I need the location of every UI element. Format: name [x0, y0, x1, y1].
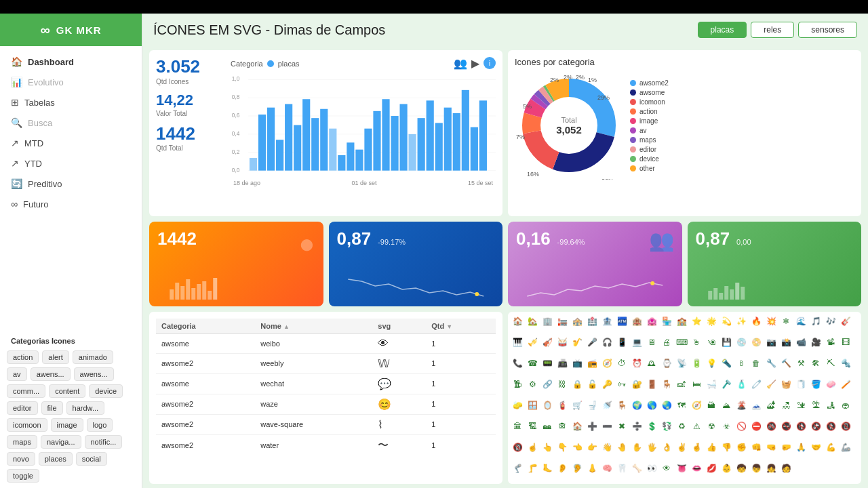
icon-item[interactable]: 🧑 — [779, 462, 793, 475]
icon-item[interactable]: 🧻 — [794, 378, 808, 391]
sidebar-nav-item-ytd[interactable]: ↗YTD — [0, 153, 142, 174]
icon-item[interactable]: 👀 — [645, 462, 658, 475]
icon-item[interactable]: 🧼 — [824, 378, 837, 391]
icon-item[interactable]: 🪑 — [615, 399, 629, 412]
youtube-icon[interactable]: ▶ — [471, 57, 479, 70]
td-svg-icon[interactable]: 💬 — [372, 373, 426, 394]
icon-item[interactable]: 🏠 — [570, 420, 584, 433]
icon-item[interactable]: 🎶 — [824, 314, 837, 328]
cat-tag-comm[interactable]: comm... — [7, 384, 45, 398]
sidebar-nav-item-tabelas[interactable]: ⊞Tabelas — [0, 92, 142, 113]
icon-item[interactable]: 💱 — [660, 420, 673, 433]
icon-item[interactable]: 📡 — [675, 357, 688, 370]
icon-item[interactable]: 👦 — [749, 462, 763, 475]
icon-item[interactable]: 🎻 — [540, 336, 554, 349]
icon-item[interactable]: 🏘 — [540, 420, 554, 433]
icon-item[interactable]: 👊 — [749, 441, 763, 454]
icon-item[interactable]: 🧯 — [555, 399, 569, 412]
icon-item[interactable]: 🏨 — [630, 314, 644, 328]
icon-item[interactable]: ⛓ — [555, 378, 569, 391]
icon-item[interactable]: 🏥 — [585, 314, 599, 328]
icon-item[interactable]: 👍 — [705, 441, 718, 454]
sidebar-nav-item-preditivo[interactable]: 🔄Preditivo — [0, 174, 142, 194]
icon-item[interactable]: ☣ — [719, 420, 733, 433]
cat-tag-social[interactable]: social — [76, 452, 107, 466]
icon-item[interactable]: 🪣 — [809, 378, 823, 391]
icon-item[interactable]: 🛠 — [809, 357, 823, 370]
icon-item[interactable]: 🎷 — [570, 336, 584, 349]
icon-item[interactable]: 🖱 — [690, 336, 703, 349]
icon-item[interactable]: 👉 — [585, 441, 599, 454]
cat-tag-file[interactable]: file — [41, 401, 63, 415]
icon-item[interactable]: ⛔ — [749, 420, 763, 433]
icon-item[interactable]: 🔗 — [540, 378, 554, 391]
icon-item[interactable]: ➗ — [630, 420, 644, 433]
icon-item[interactable]: ❄ — [779, 314, 793, 328]
icon-item[interactable]: 📸 — [779, 336, 793, 349]
icon-item[interactable]: ➖ — [600, 420, 614, 433]
icon-item[interactable]: 🪟 — [526, 399, 539, 412]
icon-item[interactable]: ⚒ — [794, 357, 808, 370]
icon-item[interactable]: 🧽 — [511, 399, 524, 412]
icon-item[interactable]: 🌋 — [734, 399, 748, 412]
icon-item[interactable]: 📱 — [615, 336, 629, 349]
icon-item[interactable]: 🏛 — [511, 420, 524, 433]
icon-item[interactable]: 🦵 — [526, 462, 539, 475]
icon-item[interactable]: 🕯 — [734, 357, 748, 370]
icon-item[interactable]: 🧹 — [764, 378, 778, 391]
icon-item[interactable]: 🖐 — [645, 441, 658, 454]
icon-item[interactable]: 🚿 — [600, 399, 614, 412]
icon-item[interactable]: 💡 — [705, 357, 718, 370]
icon-item[interactable]: 🦻 — [570, 462, 584, 475]
icon-item[interactable]: 📺 — [570, 357, 584, 370]
icon-item[interactable]: 🏪 — [660, 314, 673, 328]
icon-item[interactable]: 🧭 — [690, 399, 703, 412]
icon-item[interactable]: 👅 — [675, 462, 688, 475]
icon-item[interactable]: ✌ — [675, 441, 688, 454]
tab-sensores[interactable]: sensores — [798, 22, 857, 38]
icon-item[interactable]: ⌨ — [675, 336, 688, 349]
icon-item[interactable]: 💪 — [824, 441, 837, 454]
icon-item[interactable]: ⏰ — [630, 357, 644, 370]
th-nome[interactable]: Nome ▲ — [255, 319, 372, 334]
icon-item[interactable]: 🦶 — [540, 462, 554, 475]
icon-item[interactable]: 👁 — [660, 462, 673, 475]
icon-item[interactable]: 🔐 — [630, 378, 644, 391]
icon-item[interactable]: 🚳 — [764, 420, 778, 433]
icon-item[interactable]: 🏧 — [615, 314, 629, 328]
cat-tag-action[interactable]: action — [7, 350, 39, 364]
icon-item[interactable]: 🏕 — [764, 399, 778, 412]
icon-item[interactable]: 🏝 — [809, 399, 823, 412]
sidebar-nav-item-evolutivo[interactable]: 📊Evolutivo — [0, 72, 142, 92]
icon-item[interactable]: 🏦 — [600, 314, 614, 328]
icon-item[interactable]: 📷 — [764, 336, 778, 349]
icon-item[interactable]: 👆 — [540, 441, 554, 454]
cat-tag-alert[interactable]: alert — [42, 350, 68, 364]
icon-item[interactable]: 🤞 — [690, 441, 703, 454]
icon-item[interactable]: 🎸 — [839, 314, 852, 328]
icon-item[interactable]: 🏩 — [645, 314, 658, 328]
icon-item[interactable]: 🪑 — [660, 378, 673, 391]
icon-item[interactable]: 🪞 — [540, 399, 554, 412]
icon-item[interactable]: 🏠 — [511, 314, 524, 328]
icon-item[interactable]: 💾 — [719, 336, 733, 349]
icon-item[interactable]: ⛏ — [824, 357, 837, 370]
icon-item[interactable]: 👎 — [719, 441, 733, 454]
icon-item[interactable]: 🧒 — [734, 462, 748, 475]
icon-item[interactable]: 🏗 — [526, 420, 539, 433]
icon-item[interactable]: 🚭 — [779, 420, 793, 433]
icon-item[interactable]: ✨ — [734, 314, 748, 328]
icon-item[interactable]: 🛋 — [675, 378, 688, 391]
icon-item[interactable]: 🚪 — [645, 378, 658, 391]
icon-item[interactable]: 🦴 — [630, 462, 644, 475]
cat-tag-toggle[interactable]: toggle — [7, 469, 39, 483]
icon-item[interactable]: 📻 — [585, 357, 599, 370]
icon-item[interactable]: 🔧 — [764, 357, 778, 370]
icon-item[interactable]: 🤛 — [779, 441, 793, 454]
icon-item[interactable]: 🪥 — [839, 378, 852, 391]
icon-item[interactable]: 🕰 — [645, 357, 658, 370]
icon-item[interactable]: ☎ — [526, 357, 539, 370]
icon-item[interactable]: ⚙ — [526, 378, 539, 391]
sidebar-nav-item-busca[interactable]: 🔍Busca — [0, 113, 142, 133]
icon-item[interactable]: 🏖 — [779, 399, 793, 412]
